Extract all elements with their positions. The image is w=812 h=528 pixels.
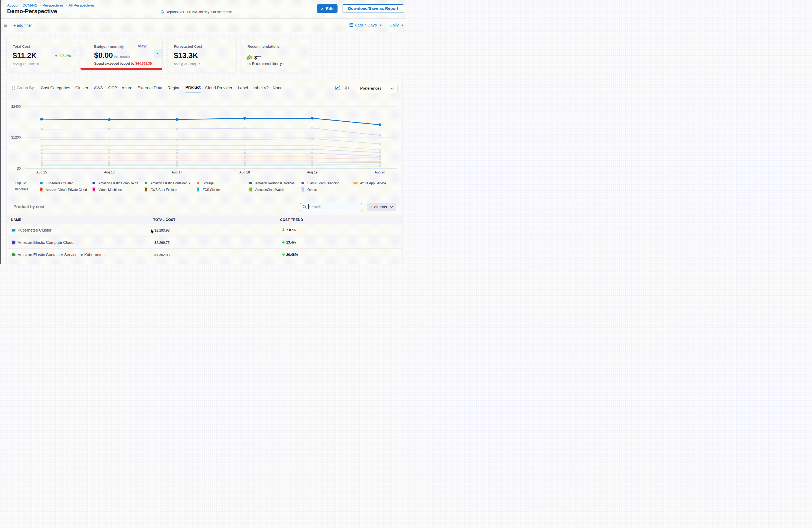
svg-text:Aug 16: Aug 16 — [104, 171, 115, 174]
svg-text:$1200: $1200 — [11, 135, 21, 140]
svg-text:Aug 20: Aug 20 — [375, 171, 385, 174]
svg-text:Aug 15: Aug 15 — [36, 171, 47, 174]
svg-text:$0: $0 — [17, 167, 21, 171]
svg-text:Aug 19: Aug 19 — [307, 171, 318, 174]
svg-text:Aug 17: Aug 17 — [172, 171, 182, 174]
svg-text:$2400: $2400 — [11, 105, 21, 108]
svg-text:Aug 18: Aug 18 — [239, 171, 250, 174]
